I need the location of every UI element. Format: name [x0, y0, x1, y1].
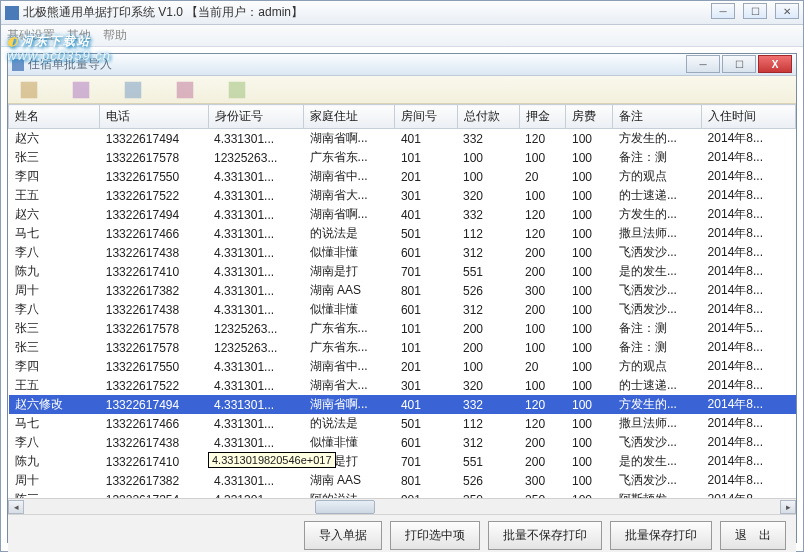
table-cell: 120	[519, 395, 566, 414]
table-cell: 200	[519, 300, 566, 319]
table-cell: 广东省东...	[304, 338, 395, 357]
tool-icon[interactable]	[122, 79, 144, 101]
table-row[interactable]: 李四133226175504.331301...湖南省中...201100201…	[9, 167, 796, 186]
table-row[interactable]: 马七133226174664.331301...的说法是501112120100…	[9, 414, 796, 433]
column-header[interactable]: 押金	[519, 105, 566, 129]
column-header[interactable]: 姓名	[9, 105, 100, 129]
tool-icon[interactable]	[70, 79, 92, 101]
table-cell: 200	[457, 338, 519, 357]
tooltip: 4.3313019820546e+017	[208, 452, 336, 468]
tool-icon[interactable]	[174, 79, 196, 101]
table-row[interactable]: 赵六133226174944.331301...湖南省啊...401332120…	[9, 129, 796, 149]
table-cell: 100	[566, 148, 613, 167]
maximize-button[interactable]: ☐	[743, 3, 767, 19]
table-cell: 12325263...	[208, 338, 304, 357]
table-cell: 100	[566, 224, 613, 243]
table-row[interactable]: 李八133226174384.331301...似懂非懂601312200100…	[9, 433, 796, 452]
table-row[interactable]: 张三1332261757812325263...广东省东...101200100…	[9, 319, 796, 338]
table-cell: 的士速递...	[613, 376, 702, 395]
column-header[interactable]: 电话	[100, 105, 208, 129]
table-row[interactable]: 王五133226175224.331301...湖南省大...301320100…	[9, 186, 796, 205]
bulk-save-print-button[interactable]: 批量保存打印	[610, 521, 712, 550]
table-cell: 张三	[9, 319, 100, 338]
table-cell: 是的发生...	[613, 452, 702, 471]
table-cell: 4.331301...	[208, 433, 304, 452]
table-cell: 的说法是	[304, 224, 395, 243]
table-cell: 100	[566, 319, 613, 338]
outer-titlebar[interactable]: 北极熊通用单据打印系统 V1.0 【当前用户：admin】 ─ ☐ ✕	[1, 1, 803, 25]
inner-maximize-button[interactable]: ☐	[722, 55, 756, 73]
exit-button[interactable]: 退 出	[720, 521, 786, 550]
table-cell: 100	[566, 433, 613, 452]
menu-item[interactable]: 帮助	[103, 27, 127, 44]
table-cell: 备注：测	[613, 338, 702, 357]
svg-rect-4	[229, 81, 246, 98]
table-cell: 13322617494	[100, 205, 208, 224]
table-cell: 701	[395, 262, 457, 281]
column-header[interactable]: 备注	[613, 105, 702, 129]
app-icon	[5, 6, 19, 20]
table-row[interactable]: 陈九133226174104.331301...湖南是打701551200100…	[9, 262, 796, 281]
table-cell: 112	[457, 224, 519, 243]
table-row[interactable]: 张三1332261757812325263...广东省东...101100100…	[9, 148, 796, 167]
table-cell: 4.331301...	[208, 129, 304, 149]
table-cell: 2014年8...	[702, 186, 796, 205]
table-row[interactable]: 李四133226175504.331301...湖南省中...201100201…	[9, 357, 796, 376]
inner-title: 住宿单批量导入	[28, 56, 112, 73]
import-single-button[interactable]: 导入单据	[304, 521, 382, 550]
table-cell: 张三	[9, 338, 100, 357]
column-header[interactable]: 房费	[566, 105, 613, 129]
table-row[interactable]: 陈三133226173544.331301...阿的说法...901350250…	[9, 490, 796, 498]
table-row[interactable]: 王五133226175224.331301...湖南省大...301320100…	[9, 376, 796, 395]
inner-minimize-button[interactable]: ─	[686, 55, 720, 73]
table-cell: 湖南省中...	[304, 167, 395, 186]
scroll-left-arrow-icon[interactable]: ◂	[8, 500, 24, 514]
minimize-button[interactable]: ─	[711, 3, 735, 19]
table-row[interactable]: 李八133226174384.331301...似懂非懂601312200100…	[9, 300, 796, 319]
print-selected-button[interactable]: 打印选中项	[390, 521, 480, 550]
table-cell: 100	[566, 338, 613, 357]
inner-titlebar[interactable]: 住宿单批量导入 ─ ☐ X	[8, 54, 796, 76]
table-row[interactable]: 张三1332261757812325263...广东省东...101200100…	[9, 338, 796, 357]
table-cell: 赵六修改	[9, 395, 100, 414]
table-cell: 陈九	[9, 262, 100, 281]
bulk-nosave-print-button[interactable]: 批量不保存打印	[488, 521, 602, 550]
tool-icon[interactable]	[226, 79, 248, 101]
table-row[interactable]: 马七133226174664.331301...的说法是501112120100…	[9, 224, 796, 243]
table-row[interactable]: 周十133226173824.331301...湖南 AAS8015263001…	[9, 471, 796, 490]
svg-rect-3	[177, 81, 194, 98]
table-cell: 100	[566, 281, 613, 300]
tool-icon[interactable]	[18, 79, 40, 101]
column-header[interactable]: 房间号	[395, 105, 457, 129]
inner-close-button[interactable]: X	[758, 55, 792, 73]
table-row[interactable]: 赵六133226174944.331301...湖南省啊...401332120…	[9, 205, 796, 224]
table-row[interactable]: 赵六修改133226174944.331301...湖南省啊...4013321…	[9, 395, 796, 414]
inner-toolbar	[8, 76, 796, 104]
table-cell: 13322617466	[100, 224, 208, 243]
close-button[interactable]: ✕	[775, 3, 799, 19]
scroll-right-arrow-icon[interactable]: ▸	[780, 500, 796, 514]
scroll-thumb[interactable]	[315, 500, 375, 514]
table-cell: 王五	[9, 186, 100, 205]
table-row[interactable]: 李八133226174384.331301...似懂非懂601312200100…	[9, 243, 796, 262]
column-header[interactable]: 身份证号	[208, 105, 304, 129]
column-header[interactable]: 家庭住址	[304, 105, 395, 129]
table-row[interactable]: 周十133226173824.331301...湖南 AAS8015263001…	[9, 281, 796, 300]
table-cell: 100	[566, 490, 613, 498]
horizontal-scrollbar[interactable]: ◂ ▸	[8, 498, 796, 514]
table-cell: 13322617382	[100, 471, 208, 490]
column-header[interactable]: 入住时间	[702, 105, 796, 129]
table-cell: 湖南 AAS	[304, 471, 395, 490]
table-row[interactable]: 陈九133226174104.331301...4.3313019820546e…	[9, 452, 796, 471]
menu-item[interactable]: 其他	[67, 27, 91, 44]
table-cell: 100	[519, 338, 566, 357]
menu-item[interactable]: 基础设置	[7, 27, 55, 44]
data-table-wrap[interactable]: 姓名电话身份证号家庭住址房间号总付款押金房费备注入住时间 赵六133226174…	[8, 104, 796, 498]
scroll-track[interactable]	[40, 500, 764, 514]
table-cell: 马七	[9, 224, 100, 243]
table-cell: 300	[519, 471, 566, 490]
table-cell: 飞洒发沙...	[613, 300, 702, 319]
table-cell: 601	[395, 243, 457, 262]
outer-title: 北极熊通用单据打印系统 V1.0 【当前用户：admin】	[23, 4, 303, 21]
column-header[interactable]: 总付款	[457, 105, 519, 129]
